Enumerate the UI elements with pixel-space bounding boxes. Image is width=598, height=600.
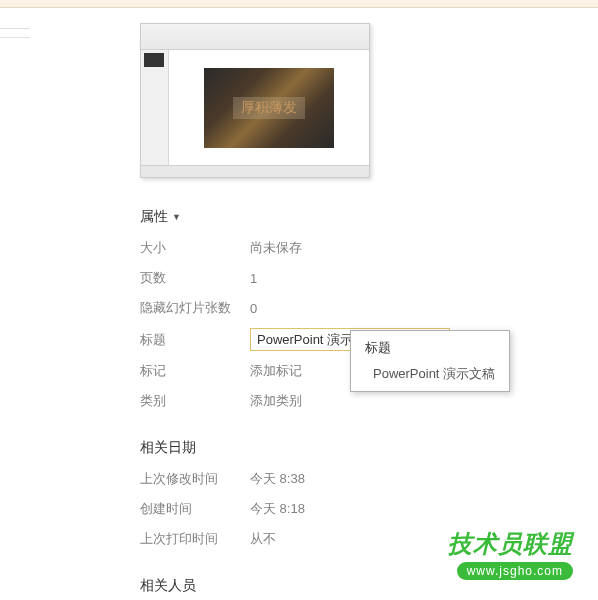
prop-printed-label: 上次打印时间 [140, 530, 250, 548]
prop-pages: 页数 1 [140, 268, 598, 288]
document-thumbnail[interactable]: 厚积薄发 [140, 23, 370, 178]
chevron-down-icon: ▼ [172, 212, 181, 222]
watermark-text: 技术员联盟 [448, 528, 573, 560]
people-header-label: 相关人员 [140, 577, 196, 595]
prop-hidden-slides: 隐藏幻灯片张数 0 [140, 298, 598, 318]
thumb-slide-panel [141, 50, 169, 165]
prop-created-label: 创建时间 [140, 500, 250, 518]
prop-modified-label: 上次修改时间 [140, 470, 250, 488]
prop-created: 创建时间 今天 8:18 [140, 499, 598, 519]
top-ribbon-edge [0, 0, 598, 8]
prop-hidden-slides-label: 隐藏幻灯片张数 [140, 299, 250, 317]
prop-tags-placeholder[interactable]: 添加标记 [250, 362, 302, 380]
tooltip-value: PowerPoint 演示文稿 [365, 365, 495, 383]
properties-header[interactable]: 属性 ▼ [140, 208, 598, 226]
thumb-ribbon [141, 24, 369, 50]
thumb-slide-text: 厚积薄发 [233, 97, 305, 119]
thumb-body: 厚积薄发 [141, 50, 369, 165]
prop-printed-value: 从不 [250, 530, 276, 548]
prop-tags-label: 标记 [140, 362, 250, 380]
thumb-mini-slide [144, 53, 164, 67]
prop-title-label: 标题 [140, 331, 250, 349]
prop-hidden-slides-value: 0 [250, 301, 257, 316]
thumb-slide-image: 厚积薄发 [204, 68, 334, 148]
prop-category-label: 类别 [140, 392, 250, 410]
watermark-url: www.jsgho.com [457, 562, 573, 580]
prop-modified: 上次修改时间 今天 8:38 [140, 469, 598, 489]
sidebar-stub [0, 20, 30, 50]
properties-header-label: 属性 [140, 208, 168, 226]
prop-created-value: 今天 8:18 [250, 500, 305, 518]
prop-modified-value: 今天 8:38 [250, 470, 305, 488]
prop-size-label: 大小 [140, 239, 250, 257]
prop-size-value: 尚未保存 [250, 239, 302, 257]
thumb-statusbar [141, 165, 369, 177]
info-panel: 厚积薄发 属性 ▼ 大小 尚未保存 页数 1 隐藏幻灯片张数 0 标题 标记 添… [0, 8, 598, 600]
dates-header: 相关日期 [140, 439, 598, 457]
prop-category-placeholder[interactable]: 添加类别 [250, 392, 302, 410]
thumb-slide-area: 厚积薄发 [169, 50, 369, 165]
title-tooltip: 标题 PowerPoint 演示文稿 [350, 330, 510, 392]
prop-pages-value: 1 [250, 271, 257, 286]
prop-pages-label: 页数 [140, 269, 250, 287]
dates-header-label: 相关日期 [140, 439, 196, 457]
prop-category: 类别 添加类别 [140, 391, 598, 411]
watermark: 技术员联盟 www.jsgho.com [448, 528, 573, 580]
prop-size: 大小 尚未保存 [140, 238, 598, 258]
tooltip-title: 标题 [365, 339, 495, 357]
